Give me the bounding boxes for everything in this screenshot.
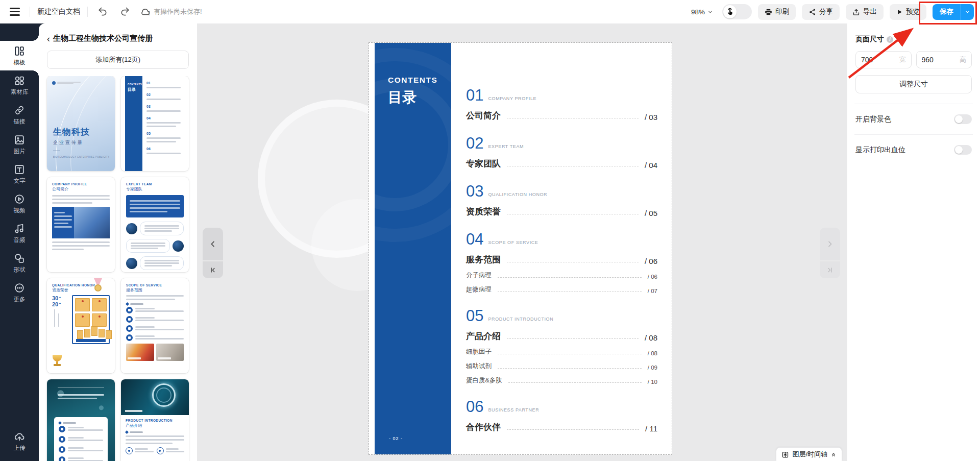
- toc-entry[interactable]: 03QUALIFICATION HONOR 资质荣誉/ 05: [466, 182, 657, 217]
- export-label: 导出: [863, 7, 877, 16]
- document-title[interactable]: 新建空白文档: [37, 7, 80, 16]
- contents-heading-zh[interactable]: 目录: [388, 88, 416, 107]
- touch-mode-toggle[interactable]: [722, 4, 752, 19]
- video-icon: [14, 193, 25, 205]
- sidebar-item-images[interactable]: 图片: [0, 130, 39, 159]
- page-size-label: 页面尺寸: [855, 35, 884, 44]
- toc-entry[interactable]: 06BUSINESS PARTNER 合作伙伴/ 11: [466, 397, 657, 433]
- sidebar-item-assets[interactable]: 素材库: [0, 70, 39, 100]
- toc-blue-column[interactable]: CONTENTS 目录 - 02 -: [375, 43, 451, 454]
- entry-number: 05: [466, 308, 483, 324]
- text-lines: [68, 436, 103, 442]
- template-thumb-contents[interactable]: CONTENTS 目录 01 02 03 04 05 06: [121, 76, 189, 171]
- sub-entry-title: 分子病理: [466, 271, 492, 280]
- list-icon: [59, 446, 65, 453]
- share-button[interactable]: 分享: [802, 4, 840, 20]
- cover-subtitle: 企业宣传册: [53, 139, 84, 146]
- info-icon[interactable]: i: [887, 36, 893, 43]
- zoom-control[interactable]: 98%: [691, 8, 713, 16]
- sidebar-item-audio[interactable]: 音频: [0, 219, 39, 248]
- cover-caption: BIOTECHNOLOGY ENTERPRISE PUBLICITY: [53, 156, 110, 158]
- sub-entry-title: 蛋白质&多肽: [466, 376, 502, 385]
- sidebar-item-video[interactable]: 视频: [0, 189, 39, 219]
- layers-timeline-icon: [781, 451, 789, 458]
- bleed-toggle[interactable]: [954, 145, 972, 155]
- redo-icon: [120, 7, 130, 17]
- mini-title-zh: 服务范围: [126, 287, 184, 293]
- sidebar-label: 形状: [14, 266, 26, 274]
- preview-button[interactable]: 预览: [890, 4, 926, 20]
- last-page-button[interactable]: [820, 261, 840, 278]
- expert-team-design: EXPERT TEAM 专家团队: [121, 177, 189, 272]
- mini-title-zh: 专家团队: [126, 186, 184, 192]
- template-thumb-expert-team[interactable]: EXPERT TEAM 专家团队: [121, 177, 189, 272]
- print-button[interactable]: 印刷: [758, 4, 796, 20]
- toc-entry[interactable]: 05PRODUCT INTRODUCTION 产品介绍/ 08 细胞因子/ 08…: [466, 306, 657, 385]
- page-nav-left: [203, 228, 223, 278]
- template-thumb-qualification-honor[interactable]: QUALIFICATION HONOR 资质荣誉 30＋ 20＋: [47, 278, 115, 373]
- avatar: [173, 240, 184, 252]
- main-menu-button[interactable]: [7, 4, 22, 19]
- template-thumb-company-profile[interactable]: COMPANY PROFILE 公司简介: [47, 177, 115, 272]
- save-split-button[interactable]: 保存: [933, 4, 974, 20]
- chevron-left-icon: [209, 240, 217, 248]
- save-button[interactable]: 保存: [933, 4, 961, 20]
- sidebar-label: 视频: [14, 207, 26, 214]
- bg-color-toggle[interactable]: [954, 114, 972, 124]
- toc-entry[interactable]: 01COMPANY PROFILE 公司简介/ 03: [466, 86, 657, 122]
- print-label: 印刷: [775, 7, 789, 16]
- undo-icon: [97, 7, 108, 17]
- template-thumb-product-introduction[interactable]: PRODUCT INTRODUCTION 产品介绍: [121, 379, 189, 461]
- text-lines: [126, 435, 184, 444]
- width-input[interactable]: [861, 56, 899, 64]
- sidebar-item-more[interactable]: 更多: [0, 278, 39, 307]
- sidebar-item-links[interactable]: 链接: [0, 100, 39, 130]
- sidebar-label: 文字: [14, 177, 26, 185]
- text-lines: [126, 295, 184, 300]
- next-page-button[interactable]: [820, 228, 840, 260]
- toc-entry[interactable]: 02EXPERT TEAM 专家团队/ 04: [466, 134, 657, 169]
- mini-title-en: COMPANY PROFILE: [52, 182, 110, 186]
- templates-panel: ‹ 生物工程生物技术公司宣传册 添加所有(12页) 生物科技 企业宣传册 BIO…: [39, 23, 197, 461]
- prev-page-button[interactable]: [203, 228, 223, 260]
- assets-icon: [14, 75, 25, 86]
- service-icon: [126, 307, 133, 313]
- back-button[interactable]: ‹: [47, 34, 50, 43]
- template-thumb-cover[interactable]: 生物科技 企业宣传册 BIOTECHNOLOGY ENTERPRISE PUBL…: [47, 76, 115, 171]
- width-field[interactable]: 宽: [855, 51, 912, 68]
- layers-timeline-button[interactable]: 图层/时间轴: [776, 447, 842, 461]
- height-input[interactable]: [922, 56, 960, 64]
- contents-heading-en[interactable]: CONTENTS: [388, 76, 437, 85]
- toc-entry[interactable]: 04SCOPE OF SERVICE 服务范围/ 06 分子病理/ 06 超微病…: [466, 230, 657, 294]
- divider: [87, 7, 88, 17]
- add-all-pages-button[interactable]: 添加所有(12页): [47, 51, 189, 69]
- sidebar-item-templates[interactable]: 模板: [0, 41, 39, 70]
- template-thumb-tech-page[interactable]: [47, 379, 115, 461]
- save-dropdown-button[interactable]: [961, 4, 974, 20]
- mini-title-zh: 产品介绍: [126, 423, 184, 428]
- template-thumb-scope-of-service[interactable]: SCOPE OF SERVICE 服务范围: [121, 278, 189, 373]
- width-unit-label: 宽: [899, 55, 906, 64]
- sidebar: 模板 素材库 链接 图片 文字 视频 音频 形状: [0, 23, 39, 461]
- redo-button[interactable]: [117, 4, 133, 19]
- sidebar-item-shapes[interactable]: 形状: [0, 248, 39, 278]
- inspector-panel: 页面尺寸 i 宽 高 调整尺寸 开启背景色 显示打印出血位: [847, 23, 980, 461]
- height-field[interactable]: 高: [916, 51, 972, 68]
- hamburger-icon: [10, 8, 20, 15]
- sub-entry-page: / 07: [648, 288, 657, 294]
- tech-banner: [121, 379, 189, 415]
- entry-title: 专家团队: [466, 158, 501, 169]
- sidebar-item-text[interactable]: 文字: [0, 159, 39, 189]
- sub-entry-page: / 06: [648, 274, 657, 280]
- first-page-button[interactable]: [203, 261, 223, 278]
- status-text: 有操作尚未保存!: [154, 7, 202, 16]
- canvas-area[interactable]: CONTENTS 目录 - 02 - 01COMPANY PROFILE 公司简…: [197, 23, 847, 461]
- export-button[interactable]: 导出: [846, 4, 884, 20]
- page-number: - 02 -: [389, 436, 403, 441]
- document-page[interactable]: CONTENTS 目录 - 02 - 01COMPANY PROFILE 公司简…: [369, 42, 672, 455]
- text-lines: [140, 222, 184, 235]
- undo-button[interactable]: [95, 4, 110, 19]
- sidebar-item-upload[interactable]: 上传: [0, 426, 39, 456]
- resize-button[interactable]: 调整尺寸: [855, 75, 972, 93]
- entry-title: 产品介绍: [466, 330, 501, 342]
